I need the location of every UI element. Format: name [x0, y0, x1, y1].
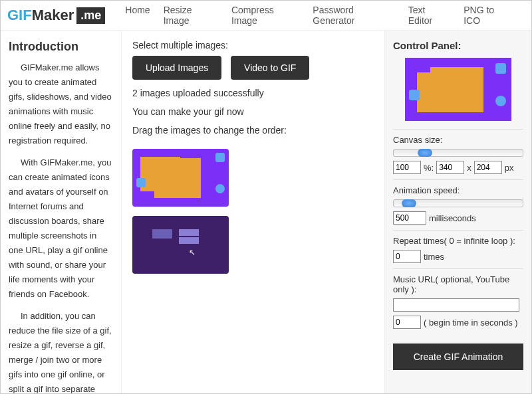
make-now-text: You can make your gif now: [132, 106, 374, 117]
repeat-input[interactable]: [393, 250, 421, 263]
canvas-size-label: Canvas size:: [393, 135, 523, 145]
panel-heading: Control Panel:: [393, 40, 523, 51]
intro-heading: Introduction: [9, 40, 113, 54]
header: GIFMaker.me Home Resize Image Compress I…: [1, 1, 531, 31]
speed-label: Animation speed:: [393, 185, 523, 195]
music-section: Music URL( optional, YouTube only ): ( b…: [393, 268, 523, 334]
music-url-input[interactable]: [393, 298, 519, 312]
nav-texteditor[interactable]: Text Editor: [408, 5, 451, 26]
canvas-h-input[interactable]: [474, 161, 502, 174]
repeat-label: Repeat times( 0 = infinite loop ):: [393, 236, 523, 246]
nav-compress[interactable]: Compress Image: [231, 5, 299, 26]
canvas-x: x: [467, 163, 471, 173]
canvas-px: px: [505, 163, 514, 173]
repeat-unit: times: [424, 252, 444, 262]
intro-p2: With GIFMaker.me, you can create animate…: [9, 155, 113, 302]
nav: Home Resize Image Compress Image Passwor…: [125, 5, 525, 26]
begin-time-input[interactable]: [393, 316, 421, 329]
nav-password[interactable]: Password Generator: [313, 5, 394, 26]
canvas-pct-unit: %:: [424, 163, 434, 173]
speed-slider[interactable]: [393, 199, 523, 207]
upload-status: 2 images uploaded successfully: [132, 88, 374, 98]
drag-label: Drag the images to change the order:: [132, 125, 374, 136]
repeat-section: Repeat times( 0 = infinite loop ): times: [393, 230, 523, 268]
cursor-icon: ↖: [189, 248, 196, 257]
create-gif-button[interactable]: Create GIF Animation: [393, 344, 523, 370]
intro-sidebar: Introduction GIFMaker.me allows you to c…: [1, 31, 122, 393]
logo-me: .me: [76, 7, 105, 24]
canvas-size-slider[interactable]: [393, 149, 523, 157]
gif-preview: [405, 58, 511, 121]
canvas-w-input[interactable]: [436, 161, 464, 174]
intro-p3: In addition, you can reduce the file siz…: [9, 309, 113, 394]
canvas-pct-input[interactable]: [393, 161, 421, 174]
image-thumb-1[interactable]: [132, 149, 229, 207]
nav-home[interactable]: Home: [125, 5, 150, 26]
select-label: Select multiple images:: [132, 40, 374, 50]
upload-images-button[interactable]: Upload Images: [132, 56, 221, 80]
begin-time-unit: ( begin time in seconds ): [424, 318, 518, 328]
speed-section: Animation speed: milliseconds: [393, 179, 523, 230]
speed-unit: milliseconds: [429, 213, 476, 223]
control-panel: Control Panel: Canvas size: %: x px Ani: [385, 31, 531, 393]
nav-pngico[interactable]: PNG to ICO: [464, 5, 511, 26]
logo[interactable]: GIFMaker.me: [7, 7, 105, 24]
logo-gif: GIF: [7, 7, 32, 24]
main-area: Select multiple images: Upload Images Vi…: [122, 31, 385, 393]
music-label: Music URL( optional, YouTube only ):: [393, 274, 523, 294]
image-thumb-2[interactable]: ↖: [132, 216, 229, 274]
intro-p1: GIFMaker.me allows you to create animate…: [9, 60, 113, 149]
nav-resize[interactable]: Resize Image: [164, 5, 218, 26]
canvas-size-section: Canvas size: %: x px: [393, 129, 523, 179]
logo-maker: Maker: [32, 7, 74, 24]
speed-input[interactable]: [393, 211, 426, 225]
video-to-gif-button[interactable]: Video to GIF: [231, 56, 309, 80]
